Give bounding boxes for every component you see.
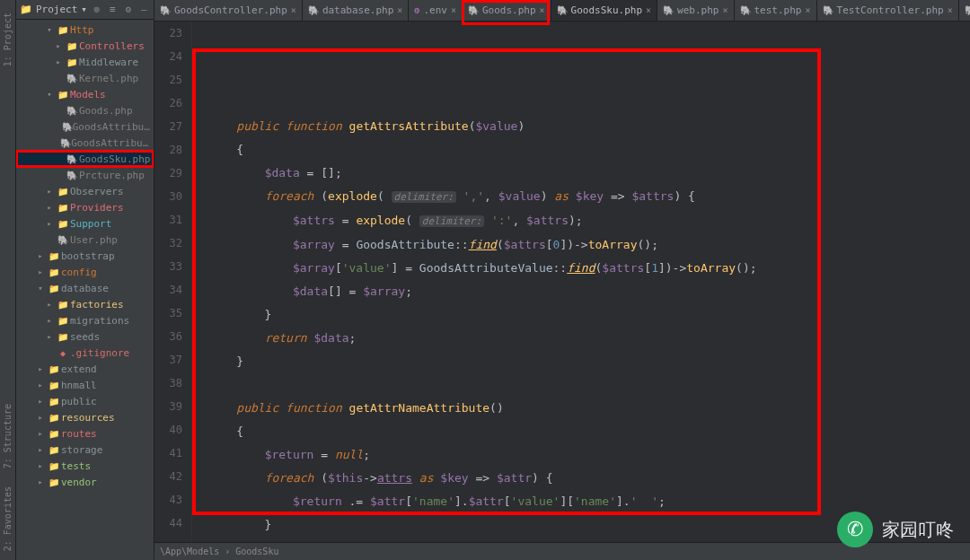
tree-arrow-icon[interactable]: ▸: [34, 267, 47, 276]
tree-item[interactable]: 🐘Goods.php: [16, 102, 154, 118]
project-tree[interactable]: ▾📁Http▸📁Controllers▸📁Middleware🐘Kernel.p…: [16, 20, 154, 560]
code-line[interactable]: $attrs = explode( delimiter: ':', $attrs…: [208, 209, 970, 233]
tree-item[interactable]: ▸📁seeds: [16, 328, 154, 345]
code-line[interactable]: foreach ($this->attrs as $key => $attr) …: [208, 467, 970, 490]
close-icon[interactable]: ×: [646, 5, 651, 15]
target-icon[interactable]: ⊚: [91, 4, 103, 15]
close-icon[interactable]: ×: [397, 5, 402, 15]
tree-item[interactable]: 🐘User.php: [16, 232, 154, 248]
tree-item[interactable]: ▸📁hnmall: [16, 377, 154, 393]
code-line[interactable]: {: [208, 138, 970, 162]
close-icon[interactable]: ×: [805, 5, 810, 15]
tree-item[interactable]: ▸📁storage: [16, 442, 154, 458]
tree-item[interactable]: ◆.gitignore: [16, 345, 154, 361]
tree-arrow-icon[interactable]: ▸: [43, 300, 56, 309]
tree-arrow-icon[interactable]: ▸: [34, 461, 47, 470]
code-line[interactable]: [208, 373, 970, 397]
tree-item[interactable]: ▸📁Middleware: [16, 54, 154, 70]
tree-item[interactable]: ▸📁Support: [16, 215, 154, 232]
code-line[interactable]: }: [208, 350, 970, 373]
tree-item[interactable]: ▾📁database: [16, 280, 154, 296]
tree-arrow-icon[interactable]: ▸: [34, 429, 47, 438]
tree-node-label: database: [61, 283, 109, 294]
tree-arrow-icon[interactable]: ▸: [43, 219, 56, 228]
editor-tab[interactable]: 🐘TestController.php×: [817, 0, 959, 21]
tree-item[interactable]: ▸📁bootstrap: [16, 248, 154, 264]
tree-item[interactable]: ▸📁migrations: [16, 312, 154, 328]
code-line[interactable]: public function getAttrsAttribute($value…: [208, 115, 970, 138]
tree-arrow-icon[interactable]: ▾: [43, 25, 56, 34]
tree-item[interactable]: ▸📁config: [16, 264, 154, 280]
editor-tab[interactable]: 🐘database.php×: [303, 0, 410, 21]
editor-tab[interactable]: 🐘GoodsSku.php×: [551, 0, 658, 21]
tree-item[interactable]: ▸📁Observers: [16, 183, 154, 199]
tree-arrow-icon[interactable]: ▸: [52, 57, 65, 66]
code-line[interactable]: $data = [];: [208, 162, 970, 185]
gear-icon[interactable]: ⚙: [122, 4, 135, 15]
tree-arrow-icon[interactable]: ▸: [52, 41, 65, 50]
tree-item[interactable]: 🐘GoodsAttributeValue.p: [16, 135, 154, 151]
tree-node-icon: 📁: [56, 203, 70, 213]
tree-arrow-icon[interactable]: ▸: [34, 413, 47, 422]
tree-item[interactable]: ▾📁Models: [16, 86, 154, 102]
tree-item[interactable]: 🐘GoodsAttribute.php: [16, 118, 154, 135]
hide-icon[interactable]: –: [137, 4, 150, 15]
code-view[interactable]: public function getAttrsAttribute($value…: [192, 22, 970, 542]
tree-node-icon: 📁: [47, 364, 61, 374]
code-line[interactable]: foreach (explode( delimiter: ',', $value…: [208, 185, 970, 209]
tree-item[interactable]: 🐘GoodsSku.php: [16, 151, 154, 167]
close-icon[interactable]: ×: [451, 5, 456, 15]
tree-item[interactable]: ▸📁public: [16, 393, 154, 409]
collapse-icon[interactable]: ≡: [106, 4, 119, 15]
tree-arrow-icon[interactable]: ▾: [43, 90, 56, 99]
code-line[interactable]: }: [208, 303, 970, 327]
editor-tab[interactable]: 🐘test.php×: [735, 0, 817, 21]
tree-arrow-icon[interactable]: ▸: [34, 445, 47, 454]
tree-item[interactable]: ▸📁routes: [16, 425, 154, 442]
tree-item[interactable]: ▾📁Http: [16, 22, 154, 38]
code-line[interactable]: [208, 92, 970, 115]
close-icon[interactable]: ×: [948, 5, 953, 15]
editor-tab[interactable]: 🐘Goods.php×: [463, 0, 551, 21]
tree-arrow-icon[interactable]: ▸: [34, 251, 47, 260]
tree-arrow-icon[interactable]: ▸: [43, 332, 56, 341]
tree-item[interactable]: ▸📁resources: [16, 409, 154, 425]
close-icon[interactable]: ×: [722, 5, 728, 15]
tree-arrow-icon[interactable]: ▾: [34, 284, 47, 293]
code-line[interactable]: public function getAttrNameAttribute(): [208, 397, 970, 420]
code-line[interactable]: {: [208, 420, 970, 443]
code-line[interactable]: $array['value'] = GoodsAttributeValue::f…: [208, 257, 970, 280]
editor-tab[interactable]: 🐘web.php×: [657, 0, 734, 21]
chevron-down-icon[interactable]: ▾: [81, 4, 87, 15]
close-icon[interactable]: ×: [540, 5, 545, 15]
close-icon[interactable]: ×: [291, 5, 296, 15]
side-tab-structure[interactable]: 7: Structure: [3, 404, 13, 468]
breadcrumb-seg-0[interactable]: \App\Models: [160, 547, 219, 556]
tree-item[interactable]: ▸📁Controllers: [16, 38, 154, 54]
code-line[interactable]: $return = null;: [208, 443, 970, 467]
tree-item[interactable]: ▸📁extend: [16, 361, 154, 377]
tree-arrow-icon[interactable]: ▸: [43, 203, 56, 212]
tree-item[interactable]: 🐘Kernel.php: [16, 70, 154, 86]
editor-tab[interactable]: 🐘GoodsController.php×: [154, 0, 303, 21]
tree-item[interactable]: ▸📁factories: [16, 296, 154, 312]
tree-arrow-icon[interactable]: ▸: [34, 397, 47, 406]
editor-tab[interactable]: ⚙.env×: [409, 0, 463, 21]
tree-arrow-icon[interactable]: ▸: [43, 187, 56, 196]
tree-item[interactable]: ▸📁Providers: [16, 199, 154, 215]
tree-item[interactable]: 🐘Prcture.php: [16, 167, 154, 183]
tree-arrow-icon[interactable]: ▸: [34, 477, 47, 486]
tree-item[interactable]: ▸📁tests: [16, 458, 154, 474]
editor-tab[interactable]: 🐘SyncGoods.php×: [959, 0, 970, 21]
tree-arrow-icon[interactable]: ▸: [34, 381, 47, 389]
side-tab-favorites[interactable]: 2: Favorites: [3, 486, 13, 551]
code-line[interactable]: $data[] = $array;: [208, 280, 970, 303]
code-line[interactable]: return $data;: [208, 327, 970, 350]
tree-item[interactable]: ▸📁vendor: [16, 474, 154, 490]
breadcrumb-seg-1[interactable]: GoodsSku: [235, 547, 278, 556]
side-tab-project[interactable]: 1: Project: [3, 13, 13, 66]
code-line[interactable]: $return .= $attr['name'].$attr['value'][…: [208, 490, 970, 513]
code-line[interactable]: $array = GoodsAttribute::find($attrs[0])…: [208, 233, 970, 257]
tree-arrow-icon[interactable]: ▸: [34, 364, 47, 373]
tree-arrow-icon[interactable]: ▸: [43, 316, 56, 325]
